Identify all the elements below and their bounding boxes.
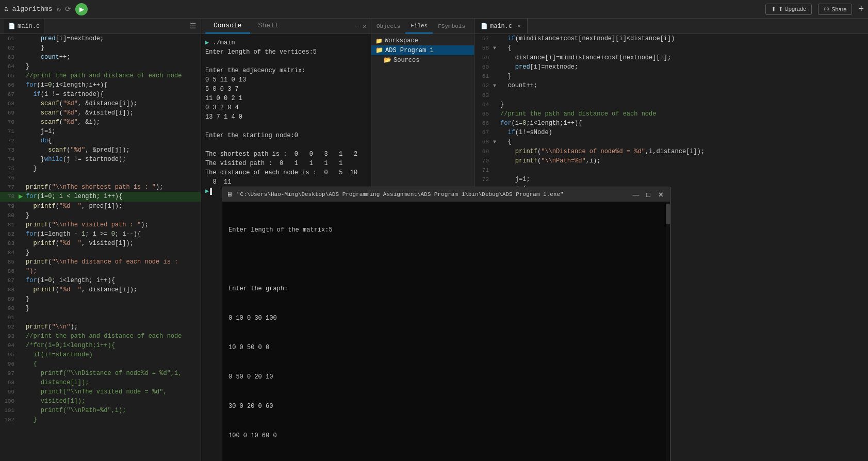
project-label: ADS Program 1 (385, 47, 434, 54)
terminal-titlebar: 🖥 "C:\Users\Hao-Ming\Desktop\ADS Program… (222, 187, 670, 202)
console-line (205, 122, 367, 131)
tab-menu-icon[interactable]: ☰ (190, 22, 196, 30)
terminal-maximize-button[interactable]: □ (643, 189, 653, 200)
code-line: 60 pred[i]=nextnode; (474, 62, 868, 72)
minimize-console-icon[interactable]: — (355, 22, 359, 30)
console-line: 0 5 11 0 13 (205, 75, 367, 85)
code-line: 74 }while(j != startnode); (0, 155, 201, 164)
refresh-icon[interactable]: ↻ (57, 5, 61, 13)
add-tab-button[interactable]: + (858, 4, 864, 14)
code-line: 97 printf("\\nDistance of node%d = %d",i… (0, 369, 201, 378)
console-line (205, 140, 367, 150)
code-line: 86 "); (0, 267, 201, 276)
terminal-line: Enter the graph: (228, 284, 664, 294)
terminal-line: 100 0 10 60 0 (228, 431, 664, 441)
code-line: 65 //print the path and distance of each… (0, 71, 201, 80)
upgrade-button[interactable]: ⬆ ⬆ Upgrade (765, 4, 812, 15)
code-line: 69 printf("\\nDistance of node%d = %d",i… (474, 147, 868, 156)
right-file-tab[interactable]: 📄 main.c ✕ (474, 19, 528, 34)
folder-icon: 📁 (375, 38, 383, 44)
workspace-label: Workspace (385, 37, 418, 44)
close-tab-icon[interactable]: ✕ (517, 23, 521, 29)
explorer-project[interactable]: 📁 ADS Program 1 (371, 45, 474, 55)
share-button[interactable]: ⚇ Share (818, 4, 852, 15)
sources-icon: 📂 (384, 56, 391, 64)
close-console-icon[interactable]: ✕ (363, 22, 367, 30)
code-line: 64 } (474, 100, 868, 109)
run-button[interactable]: ▶ (75, 3, 88, 15)
explorer-tab-objects[interactable]: Objects (371, 19, 405, 34)
explorer-tab-files[interactable]: Files (405, 19, 433, 34)
code-line: 67 if(i != startnode){ (0, 90, 201, 99)
explorer-tab-bar: Objects Files FSymbols (371, 19, 474, 34)
code-line: 68 scanf("%d", &distance[i]); (0, 99, 201, 108)
console-line: 5 0 0 3 7 (205, 85, 367, 94)
code-line: 61 pred[i]=nextnode; (0, 34, 201, 43)
left-file-tab-bar: 📄 main.c ☰ (0, 19, 201, 34)
top-bar: a algorithms ↻ ⟳ ▶ ⬆ ⬆ Upgrade ⚇ Share + (0, 0, 868, 19)
terminal-window: 🖥 "C:\Users\Hao-Ming\Desktop\ADS Program… (222, 187, 670, 461)
code-line: 71 (474, 166, 868, 175)
terminal-icon: 🖥 (226, 191, 233, 199)
console-line: 13 7 1 4 0 (205, 112, 367, 122)
code-line: 69 scanf("%d", &visited[i]); (0, 108, 201, 118)
terminal-scrollbar[interactable] (666, 202, 670, 461)
code-line: 66 for(i=0;i<length;i++){ (474, 119, 868, 128)
history-icon[interactable]: ⟳ (65, 5, 71, 13)
left-code-area: 61 pred[i]=nextnode; 62 } 63 count++; 64 (0, 34, 201, 461)
code-line: 62 ▼ count++; (474, 81, 868, 91)
code-line: 72 do{ (0, 136, 201, 145)
code-line: 80 } (0, 211, 201, 220)
console-tab[interactable]: Console (205, 19, 250, 34)
terminal-controls: — □ ✕ (631, 189, 666, 200)
code-line: 61 } (474, 72, 868, 81)
explorer-tab-fsymbols[interactable]: FSymbols (433, 19, 470, 34)
code-line: 67 if(i!=sNode) (474, 128, 868, 137)
terminal-line: 0 50 0 20 10 (228, 372, 664, 382)
code-line: 91 (0, 313, 201, 322)
terminal-line (228, 255, 664, 265)
code-line: 77 printf("\\nThe shortest path is : "); (0, 183, 201, 192)
terminal-minimize-button[interactable]: — (631, 189, 641, 200)
console-line: Enter the starting node:0 (205, 131, 367, 140)
console-tab-bar: Console Shell — ✕ (201, 19, 371, 34)
code-line: 58 ▼ { (474, 43, 868, 53)
explorer-workspace[interactable]: 📁 Workspace (371, 36, 474, 45)
terminal-line: Enter length of the matrix:5 (228, 225, 664, 235)
left-code-panel: 📄 main.c ☰ 61 pred[i]=nextnode; 62 } (0, 19, 201, 461)
code-line: 84 } (0, 248, 201, 257)
terminal-line: 30 0 20 0 60 (228, 402, 664, 411)
code-line: 71 j=i; (0, 127, 201, 136)
console-line: The shortest path is : 0 0 3 1 2 (205, 150, 367, 159)
console-input[interactable] (210, 188, 212, 195)
terminal-line: 0 10 0 30 100 (228, 314, 664, 323)
left-file-tab[interactable]: 📄 main.c (4, 19, 44, 34)
share-icon: ⚇ (824, 6, 829, 13)
code-line-active: 78 ▶ for(i=0; i < length; i++){ (0, 192, 201, 202)
code-line: 73 scanf("%d", &pred[j]); (0, 145, 201, 155)
code-line: 95 if(i!=startnode) (0, 350, 201, 359)
code-line: 92 printf("\\n"); (0, 322, 201, 332)
code-line: 57 if(mindistance+cost[nextnode][i]<dist… (474, 34, 868, 43)
console-line: ▶ ./main (205, 38, 367, 47)
terminal-close-button[interactable]: ✕ (656, 189, 666, 200)
console-cursor: ▶ (205, 187, 209, 196)
code-line: 66 for(i=0;i<length;i++){ (0, 80, 201, 90)
share-label: Share (831, 6, 846, 12)
shell-tab-label: Shell (258, 22, 279, 29)
code-line: 76 (0, 173, 201, 183)
code-line: 93 //print the path and distance of each… (0, 332, 201, 341)
explorer-sources[interactable]: 📂 Sources (371, 55, 474, 65)
right-file-icon: 📄 (481, 23, 488, 29)
right-file-tab-bar: 📄 main.c ✕ (474, 19, 868, 34)
shell-tab[interactable]: Shell (250, 19, 287, 34)
upgrade-label: ⬆ Upgrade (778, 6, 806, 12)
code-line: 68 ▼ { (474, 137, 868, 147)
explorer-files-label: Files (411, 23, 428, 29)
right-filename: main.c (490, 23, 512, 30)
console-line: Enter length of the vertices:5 (205, 47, 367, 57)
code-line: 89 } (0, 294, 201, 304)
code-line: 88 printf("%d ", distance[i]); (0, 285, 201, 294)
code-line: 82 for(i=length - 1; i >= 0; i--){ (0, 229, 201, 239)
file-icon: 📄 (8, 23, 15, 29)
